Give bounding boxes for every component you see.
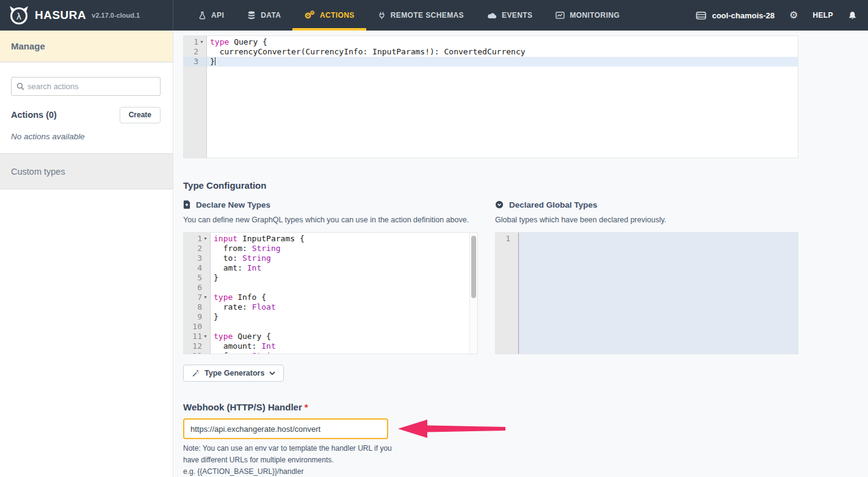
nav-label: MONITORING <box>570 11 620 20</box>
create-action-button[interactable]: Create <box>120 107 161 123</box>
webhook-handler-title-text: Webhook (HTTP/S) Handler <box>183 402 302 412</box>
manage-label: Manage <box>11 41 45 51</box>
action-definition-editor[interactable]: 1▾23type Query { currencyConverter(Curre… <box>183 35 798 158</box>
project-menu[interactable]: cool-chamois-28 <box>696 11 775 20</box>
nav-item-events[interactable]: EVENTS <box>476 0 544 31</box>
line-number: 7▾ <box>184 293 210 302</box>
required-asterisk: * <box>305 402 308 412</box>
type-generators-label: Type Generators <box>204 369 264 377</box>
declared-global-types-header: Declared Global Types <box>495 199 798 210</box>
custom-types-label: Custom types <box>11 167 65 177</box>
magic-wand-icon <box>192 370 200 377</box>
gears-icon: ⚙⚙ <box>304 10 315 20</box>
declared-global-types-label: Declared Global Types <box>509 200 598 209</box>
code-line: amt: Int <box>211 263 477 273</box>
sidebar-item-custom-types[interactable]: Custom types <box>0 153 173 189</box>
editor-scrollbar[interactable] <box>469 233 477 354</box>
declare-new-types-section: Declare New Types You can define new Gra… <box>183 199 478 354</box>
code-line <box>211 322 477 332</box>
file-plus-icon <box>183 200 190 209</box>
webhook-handler-title: Webhook (HTTP/S) Handler* <box>183 402 868 412</box>
scrollbar-thumb[interactable] <box>471 236 476 298</box>
help-link[interactable]: HELP <box>812 11 833 20</box>
nav-item-actions[interactable]: ⚙⚙ ACTIONS <box>292 0 366 31</box>
monitoring-chart-icon <box>555 12 565 20</box>
line-number: 5 <box>184 273 210 283</box>
line-number: 6 <box>184 283 210 293</box>
code-line: type Query { <box>211 332 477 341</box>
nav-label: API <box>211 11 224 20</box>
code-line: from: String <box>211 351 477 354</box>
code-line: type Info { <box>211 293 477 302</box>
type-configuration-title: Type Configuration <box>183 180 868 191</box>
nav-item-api[interactable]: API <box>187 0 236 31</box>
declare-new-types-header: Declare New Types <box>183 199 478 210</box>
declare-new-types-label: Declare New Types <box>196 200 270 209</box>
brand-name: HASURA <box>35 9 86 22</box>
webhook-handler-section: Webhook (HTTP/S) Handler* Note: You can … <box>183 402 868 477</box>
code-line: type Query { <box>207 37 798 47</box>
code-line: } <box>211 312 477 322</box>
editor-content[interactable] <box>519 233 798 354</box>
main-content: 1▾23type Query { currencyConverter(Curre… <box>173 31 868 477</box>
code-line: input InputParams { <box>211 234 477 244</box>
actions-count-label: Actions (0) <box>11 110 57 120</box>
editor-gutter: 1▾23 <box>184 36 207 158</box>
line-number: 12 <box>184 341 210 351</box>
search-icon <box>16 82 24 90</box>
line-number: 1▾ <box>184 37 206 47</box>
code-line: from: String <box>211 244 477 253</box>
nav-label: ACTIONS <box>320 11 355 20</box>
chevron-down-icon <box>269 371 275 375</box>
editor-gutter: 1▾234567▾891011▾1213 <box>184 233 211 354</box>
sidebar-body: Actions (0) Create No actions available <box>0 62 173 147</box>
nav-label: EVENTS <box>502 11 532 20</box>
declare-new-types-description: You can define new GraphQL types which y… <box>183 216 478 224</box>
code-line: currencyConverter(CurrencyInfo: InputPar… <box>207 47 798 57</box>
actions-header-row: Actions (0) Create <box>11 106 161 123</box>
editor-gutter: 1 <box>496 233 519 354</box>
main-nav: API DATA ⚙⚙ ACTIONS REMOTE SCHEMAS EVENT… <box>187 0 631 31</box>
nav-item-monitoring[interactable]: MONITORING <box>544 0 631 31</box>
brand[interactable]: λ HASURA v2.17.0-cloud.1 <box>0 0 173 31</box>
project-name: cool-chamois-28 <box>712 11 775 20</box>
type-generators-button[interactable]: Type Generators <box>183 365 284 382</box>
plug-icon <box>378 12 386 20</box>
version-label[interactable]: v2.17.0-cloud.1 <box>92 12 140 19</box>
line-number: 13 <box>184 351 210 354</box>
global-types-editor[interactable]: 1 <box>495 232 798 354</box>
server-icon <box>696 12 706 20</box>
top-navbar: λ HASURA v2.17.0-cloud.1 API DATA ⚙⚙ ACT… <box>0 0 868 31</box>
editor-content[interactable]: input InputParams { from: String to: Str… <box>211 233 477 354</box>
sidebar-item-manage[interactable]: Manage <box>0 31 173 62</box>
line-number: 4 <box>184 263 210 273</box>
line-number: 3 <box>184 253 210 263</box>
nav-item-data[interactable]: DATA <box>236 0 292 31</box>
editor-content[interactable]: type Query { currencyConverter(CurrencyI… <box>207 36 798 158</box>
declared-global-types-section: Declared Global Types Global types which… <box>495 199 798 354</box>
line-number: 10 <box>184 322 210 332</box>
search-actions-input[interactable] <box>11 77 161 96</box>
notifications-bell-icon[interactable] <box>848 11 857 20</box>
line-number: 2 <box>184 244 210 253</box>
settings-gear-icon[interactable]: ⚙ <box>789 10 798 20</box>
code-line: } <box>211 273 477 283</box>
code-line <box>211 283 477 293</box>
search-actions-box <box>11 77 161 96</box>
code-line <box>519 234 798 244</box>
no-actions-message: No actions available <box>11 132 161 141</box>
webhook-handler-input[interactable] <box>183 418 388 439</box>
actions-sidebar: Manage Actions (0) Create No actions ava… <box>0 31 173 477</box>
line-number: 9 <box>184 312 210 322</box>
webhook-input-row <box>183 418 868 440</box>
line-number: 8 <box>184 302 210 312</box>
code-line: to: String <box>211 253 477 263</box>
code-line: amount: Int <box>211 341 477 351</box>
hasura-logo-icon: λ <box>9 5 29 26</box>
nav-item-remote-schemas[interactable]: REMOTE SCHEMAS <box>366 0 476 31</box>
line-number: 1▾ <box>184 234 210 244</box>
flask-icon <box>198 12 206 20</box>
nav-label: REMOTE SCHEMAS <box>391 11 464 20</box>
navbar-right: cool-chamois-28 ⚙ HELP <box>696 0 868 31</box>
new-types-editor[interactable]: 1▾234567▾891011▾1213input InputParams { … <box>183 232 478 354</box>
